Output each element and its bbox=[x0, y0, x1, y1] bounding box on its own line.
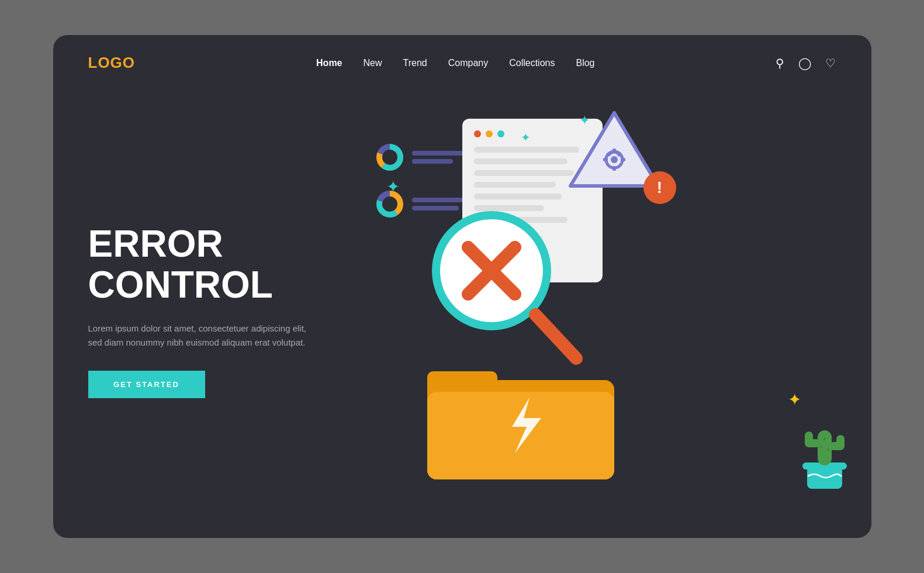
plant-svg bbox=[795, 413, 854, 489]
bar-1 bbox=[412, 151, 465, 156]
sparkle-icon-1: ✦ bbox=[521, 130, 531, 144]
svg-rect-28 bbox=[805, 432, 813, 446]
user-icon[interactable]: ◯ bbox=[798, 56, 811, 70]
cta-button[interactable]: GET STARTED bbox=[88, 371, 205, 398]
magnifier-svg bbox=[416, 201, 591, 376]
svg-rect-22 bbox=[427, 392, 614, 479]
nav-home[interactable]: Home bbox=[316, 58, 342, 68]
folder bbox=[427, 363, 614, 479]
svg-point-31 bbox=[823, 438, 826, 440]
nav-trend[interactable]: Trend bbox=[403, 58, 427, 68]
svg-rect-12 bbox=[612, 166, 616, 171]
folder-svg bbox=[427, 363, 614, 479]
nav-blog[interactable]: Blog bbox=[576, 58, 594, 68]
dot-red bbox=[474, 130, 481, 137]
svg-rect-13 bbox=[603, 158, 608, 161]
alert-circle: ! bbox=[643, 171, 676, 204]
svg-point-10 bbox=[611, 156, 618, 163]
nav-collections[interactable]: Collections bbox=[509, 58, 555, 68]
illustration: ✦ ✦ ✦ ✦ bbox=[357, 84, 871, 538]
hero-title: ERROR CONTROL bbox=[88, 223, 357, 306]
logo: LOGO bbox=[88, 54, 136, 72]
sparkle-icon-3: ✦ bbox=[788, 390, 801, 409]
sparkle-icon-4: ✦ bbox=[579, 113, 590, 128]
svg-point-32 bbox=[820, 446, 822, 448]
svg-rect-30 bbox=[836, 435, 845, 449]
svg-line-19 bbox=[535, 315, 576, 358]
page-card: LOGO Home New Trend Company Collections … bbox=[53, 35, 871, 538]
donut-chart-1 bbox=[375, 142, 405, 172]
navigation: Home New Trend Company Collections Blog bbox=[316, 58, 594, 68]
dot-orange bbox=[486, 130, 493, 137]
chart-bars-1 bbox=[412, 151, 465, 164]
svg-point-33 bbox=[827, 448, 829, 451]
plant-decoration bbox=[795, 413, 854, 491]
doc-line-5 bbox=[474, 194, 562, 199]
main-content: ERROR CONTROL Lorem ipsum dolor sit amet… bbox=[53, 84, 871, 538]
doc-line-3 bbox=[474, 170, 573, 176]
hero-subtitle: Lorem ipsum dolor sit amet, consectetuer… bbox=[88, 322, 310, 350]
magnifier bbox=[416, 201, 591, 376]
dot-teal bbox=[497, 130, 504, 137]
sparkle-icon-2: ✦ bbox=[386, 177, 400, 196]
bar-2 bbox=[412, 159, 453, 164]
doc-line-1 bbox=[474, 147, 579, 153]
header: LOGO Home New Trend Company Collections … bbox=[53, 35, 871, 84]
heart-icon[interactable]: ♡ bbox=[825, 56, 836, 70]
hero-text: ERROR CONTROL Lorem ipsum dolor sit amet… bbox=[53, 84, 357, 538]
chart-row-1 bbox=[375, 142, 476, 172]
nav-new[interactable]: New bbox=[364, 58, 382, 68]
svg-rect-26 bbox=[818, 430, 832, 465]
nav-company[interactable]: Company bbox=[448, 58, 488, 68]
svg-rect-14 bbox=[621, 158, 625, 161]
doc-line-2 bbox=[474, 158, 567, 164]
exclamation-icon: ! bbox=[657, 178, 662, 197]
header-icons: ⚲ ◯ ♡ bbox=[776, 56, 836, 70]
doc-line-4 bbox=[474, 182, 556, 188]
search-icon[interactable]: ⚲ bbox=[776, 56, 784, 70]
